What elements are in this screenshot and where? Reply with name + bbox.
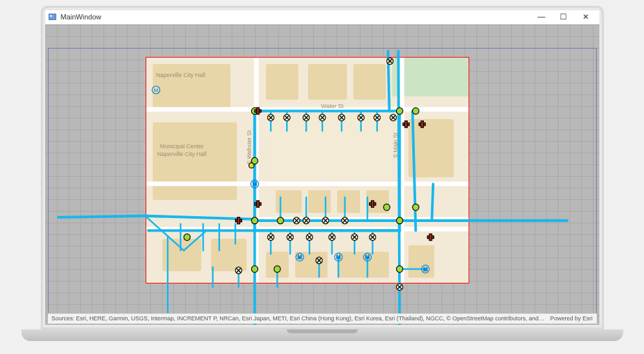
network-overlay: M M M M M bbox=[45, 25, 599, 325]
svg-point-62 bbox=[396, 217, 403, 223]
svg-point-69 bbox=[396, 265, 403, 272]
svg-text:M: M bbox=[336, 254, 340, 260]
svg-text:M: M bbox=[297, 254, 302, 260]
app-window: MainWindow — ☐ ✕ bbox=[45, 10, 599, 325]
svg-point-61 bbox=[396, 107, 403, 114]
svg-point-67 bbox=[277, 217, 283, 223]
svg-text:M: M bbox=[252, 181, 257, 187]
window-titlebar: MainWindow — ☐ ✕ bbox=[45, 10, 599, 25]
svg-point-66 bbox=[184, 234, 190, 240]
powered-by-text: Powered by Esri bbox=[550, 315, 593, 322]
minimize-button[interactable]: — bbox=[531, 10, 553, 24]
svg-point-64 bbox=[412, 107, 419, 114]
svg-point-70 bbox=[251, 265, 258, 272]
svg-point-63 bbox=[251, 217, 258, 223]
laptop-hinge-notch bbox=[287, 329, 358, 333]
svg-rect-1 bbox=[50, 15, 52, 17]
svg-point-68 bbox=[383, 204, 390, 210]
laptop-screen: MainWindow — ☐ ✕ bbox=[41, 6, 604, 329]
svg-text:M: M bbox=[365, 254, 370, 260]
laptop-frame: MainWindow — ☐ ✕ bbox=[21, 6, 623, 349]
window-title: MainWindow bbox=[61, 13, 102, 21]
attribution-text: Sources: Esri, HERE, Garmin, USGS, Inter… bbox=[52, 315, 545, 322]
svg-rect-0 bbox=[49, 14, 56, 20]
svg-point-73 bbox=[249, 162, 254, 168]
map-viewport[interactable]: Naperville City Hall Municipal Center Na… bbox=[45, 25, 599, 325]
svg-point-71 bbox=[274, 265, 280, 272]
attribution-bar: Sources: Esri, HERE, Garmin, USGS, Inter… bbox=[48, 313, 597, 324]
close-button[interactable]: ✕ bbox=[575, 10, 597, 24]
svg-point-65 bbox=[412, 204, 419, 210]
svg-text:M: M bbox=[423, 266, 427, 272]
maximize-button[interactable]: ☐ bbox=[553, 10, 575, 24]
laptop-base bbox=[21, 329, 623, 341]
app-icon bbox=[48, 12, 57, 21]
